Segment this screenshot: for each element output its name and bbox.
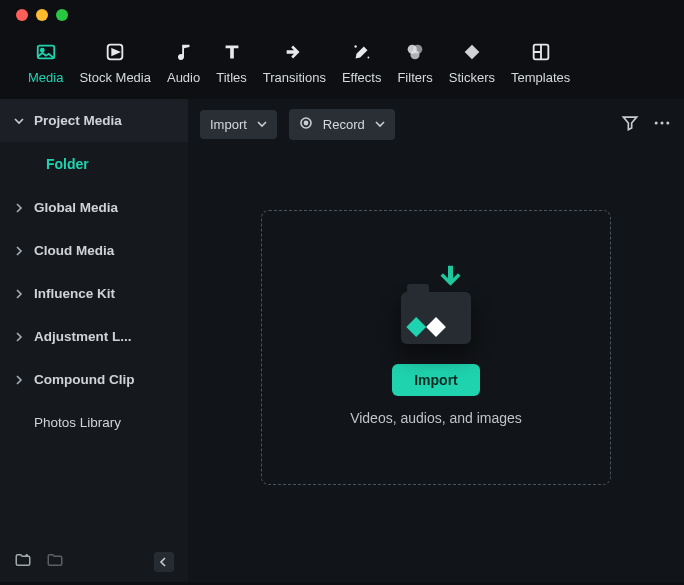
sidebar-item-project-media[interactable]: Project Media (0, 99, 188, 142)
tab-label: Media (28, 70, 63, 85)
stock-media-icon (103, 40, 127, 64)
new-folder-icon[interactable] (14, 551, 32, 573)
titles-icon (220, 40, 244, 64)
sidebar-item-influence-kit[interactable]: Influence Kit (0, 272, 188, 315)
tab-label: Templates (511, 70, 570, 85)
tab-label: Effects (342, 70, 382, 85)
import-illustration (396, 270, 476, 350)
button-label: Import (210, 117, 247, 132)
dropzone-caption: Videos, audios, and images (350, 410, 522, 426)
media-dropzone[interactable]: Import Videos, audios, and images (261, 210, 611, 485)
chevron-down-icon (375, 117, 385, 132)
sidebar-subitem-folder[interactable]: Folder (0, 142, 188, 186)
tab-stock-media[interactable]: Stock Media (79, 40, 151, 85)
media-icon (34, 40, 58, 64)
tab-label: Titles (216, 70, 247, 85)
sidebar-footer (0, 542, 188, 582)
record-dropdown[interactable]: Record (289, 109, 395, 140)
sidebar-item-photos-library[interactable]: Photos Library (0, 401, 188, 444)
svg-point-12 (666, 121, 669, 124)
svg-point-1 (41, 49, 44, 52)
minimize-icon[interactable] (36, 9, 48, 21)
tab-titles[interactable]: Titles (216, 40, 247, 85)
close-icon[interactable] (16, 9, 28, 21)
tab-audio[interactable]: Audio (167, 40, 200, 85)
filter-icon[interactable] (620, 113, 640, 137)
svg-point-2 (354, 45, 356, 47)
sidebar-item-label: Influence Kit (34, 286, 115, 301)
templates-icon (529, 40, 553, 64)
chevron-right-icon (12, 332, 26, 342)
more-options-icon[interactable] (652, 113, 672, 137)
tab-label: Transitions (263, 70, 326, 85)
stickers-icon (460, 40, 484, 64)
content-panel: Import Record (188, 99, 684, 582)
sidebar-item-label: Compound Clip (34, 372, 134, 387)
download-arrow-icon (438, 262, 468, 296)
chevron-down-icon (257, 117, 267, 132)
maximize-icon[interactable] (56, 9, 68, 21)
sidebar-item-cloud-media[interactable]: Cloud Media (0, 229, 188, 272)
sidebar-item-compound-clip[interactable]: Compound Clip (0, 358, 188, 401)
tab-label: Stickers (449, 70, 495, 85)
filters-icon (403, 40, 427, 64)
svg-point-10 (655, 121, 658, 124)
chevron-down-icon (12, 116, 26, 126)
sidebar-item-label: Global Media (34, 200, 118, 215)
sidebar-item-label: Cloud Media (34, 243, 114, 258)
svg-point-6 (411, 50, 420, 59)
top-tabs: Media Stock Media Audio Titles Transitio… (0, 30, 684, 99)
button-label: Record (323, 117, 365, 132)
media-dropzone-area: Import Videos, audios, and images (188, 150, 684, 582)
tab-filters[interactable]: Filters (397, 40, 432, 85)
sidebar-item-label: Project Media (34, 113, 122, 128)
sidebar-item-adjustment-layer[interactable]: Adjustment L... (0, 315, 188, 358)
svg-point-11 (661, 121, 664, 124)
workspace: Project Media Folder Global Media Cloud … (0, 99, 684, 582)
tab-label: Audio (167, 70, 200, 85)
window-titlebar (0, 0, 684, 30)
content-toolbar: Import Record (188, 99, 684, 150)
tab-transitions[interactable]: Transitions (263, 40, 326, 85)
import-dropdown[interactable]: Import (200, 110, 277, 139)
sidebar-item-label: Adjustment L... (34, 329, 132, 344)
sidebar: Project Media Folder Global Media Cloud … (0, 99, 188, 582)
svg-point-3 (367, 57, 369, 59)
transitions-icon (282, 40, 306, 64)
tab-effects[interactable]: Effects (342, 40, 382, 85)
tab-media[interactable]: Media (28, 40, 63, 85)
collapse-sidebar-button[interactable] (154, 552, 174, 572)
chevron-right-icon (12, 203, 26, 213)
svg-point-9 (303, 121, 308, 126)
sidebar-item-label: Photos Library (34, 415, 121, 430)
effects-icon (350, 40, 374, 64)
tab-label: Stock Media (79, 70, 151, 85)
chevron-right-icon (12, 289, 26, 299)
sidebar-item-global-media[interactable]: Global Media (0, 186, 188, 229)
tab-templates[interactable]: Templates (511, 40, 570, 85)
tab-stickers[interactable]: Stickers (449, 40, 495, 85)
tab-label: Filters (397, 70, 432, 85)
folder-icon[interactable] (46, 551, 64, 573)
audio-icon (172, 40, 196, 64)
sidebar-item-label: Folder (46, 156, 89, 172)
button-label: Import (414, 372, 458, 388)
chevron-right-icon (12, 246, 26, 256)
import-button[interactable]: Import (392, 364, 480, 396)
sidebar-list: Project Media Folder Global Media Cloud … (0, 99, 188, 542)
record-icon (299, 116, 313, 133)
chevron-right-icon (12, 375, 26, 385)
